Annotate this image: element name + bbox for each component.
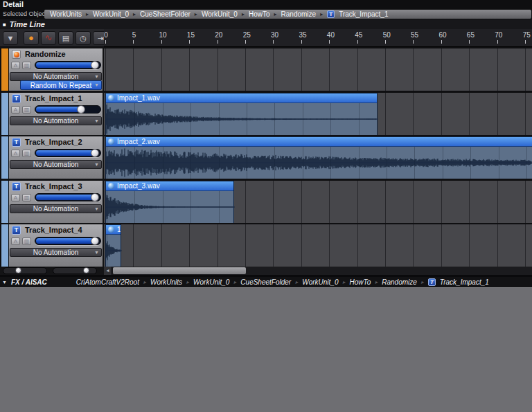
clear-track-icon[interactable]: ▥ xyxy=(22,194,31,201)
automation-edit-icon[interactable]: A xyxy=(11,238,20,245)
automation-dropdown[interactable]: No Automation▼ xyxy=(10,116,102,125)
chevron-down-icon: ▼ xyxy=(94,250,99,255)
slider-handle[interactable] xyxy=(77,105,85,114)
breadcrumb-separator: ▸ xyxy=(421,279,424,285)
track-volume-slider[interactable] xyxy=(35,149,101,157)
breadcrumb-item-current[interactable]: Track_Impact_1 xyxy=(339,10,388,18)
slider-handle[interactable] xyxy=(91,61,99,69)
track-title-row: TTrack_Impact_1 xyxy=(9,93,103,104)
breadcrumb-item[interactable]: WorkUnit_0 xyxy=(202,10,238,18)
automation-edit-icon[interactable]: A xyxy=(11,194,20,201)
track-menu-button[interactable]: ▼ xyxy=(3,31,18,45)
timeline-zoom-controls xyxy=(0,267,104,275)
waveform xyxy=(106,147,532,179)
fx-aisac-title[interactable]: FX / AISAC xyxy=(11,278,47,286)
breadcrumb-item[interactable]: WorkUnit_0 xyxy=(302,278,338,286)
breadcrumb-item[interactable]: WorkUnits xyxy=(150,278,182,286)
timeline-lane[interactable] xyxy=(104,48,532,91)
track-header-body: TTrack_Impact_3A▥No Automation▼ xyxy=(9,181,103,223)
slider-handle[interactable] xyxy=(83,267,89,274)
breadcrumb-separator: ▸ xyxy=(242,11,245,17)
waveform xyxy=(106,103,378,135)
timeline-section-title: Time Line xyxy=(10,20,45,28)
clear-track-icon[interactable]: ▥ xyxy=(22,106,31,114)
automation-dropdown[interactable]: No Automation▼ xyxy=(10,204,102,213)
scrollbar-thumb[interactable] xyxy=(113,267,246,274)
automation-dropdown[interactable]: No Automation▼ xyxy=(10,248,102,257)
breadcrumb-item[interactable]: WorkUnit_0 xyxy=(193,278,229,286)
ruler-tick xyxy=(301,40,302,44)
envelope-button[interactable]: ∿ xyxy=(41,31,56,45)
ruler-tick xyxy=(413,40,414,44)
ruler-label: 5 xyxy=(132,31,136,39)
automation-edit-icon[interactable]: A xyxy=(11,150,20,157)
timeline-lane[interactable]: Impact_3.wav xyxy=(104,181,532,223)
breadcrumb-item[interactable]: CueSheetFolder xyxy=(140,10,190,18)
clip-name: Impact_1.wav xyxy=(117,94,160,102)
slider-fill xyxy=(36,62,98,68)
breadcrumb-item[interactable]: Randomize xyxy=(382,278,417,286)
timeline-zoom-vertical[interactable] xyxy=(53,267,97,274)
track-volume-slider[interactable] xyxy=(35,61,101,69)
ruler-label: 65 xyxy=(467,31,475,39)
ruler-tick xyxy=(469,40,470,44)
track-controls-row: A▥ xyxy=(9,148,103,159)
automation-dropdown-value: No Automation xyxy=(33,73,79,80)
chevron-down-icon: ▼ xyxy=(94,118,99,123)
audio-clip[interactable]: Impact_1.wav xyxy=(105,93,378,135)
breadcrumb-item-current[interactable]: Track_Impact_1 xyxy=(440,278,489,286)
track-header: TTrack_Impact_4A▥No Automation▼ xyxy=(0,224,103,267)
timeline-lane[interactable]: Impact_1.wav xyxy=(104,93,532,135)
breadcrumb-item[interactable]: HowTo xyxy=(349,278,371,286)
breadcrumb-item[interactable]: HowTo xyxy=(249,10,270,18)
track-header: TTrack_Impact_3A▥No Automation▼ xyxy=(0,181,103,223)
automation-edit-icon[interactable]: A xyxy=(11,62,20,69)
breadcrumb-separator: ▸ xyxy=(274,11,277,17)
randomize-icon xyxy=(12,50,21,59)
fx-breadcrumb: CriAtomCraftV2Root▸WorkUnits▸WorkUnit_0▸… xyxy=(76,278,489,286)
slider-handle[interactable] xyxy=(15,267,21,274)
clip-name: Impact_2.wav xyxy=(117,138,160,145)
time-mode-button[interactable]: ◷ xyxy=(76,31,91,45)
list-view-button[interactable]: ▤ xyxy=(58,31,73,45)
breadcrumb-item[interactable]: CueSheetFolder xyxy=(240,278,291,286)
automation-edit-icon[interactable]: A xyxy=(11,106,20,114)
collapse-arrow-icon[interactable]: ▼ xyxy=(2,280,7,285)
timeline-horizontal-scrollbar[interactable]: ◂ xyxy=(104,267,532,275)
breadcrumb-item[interactable]: CriAtomCraftV2Root xyxy=(76,278,139,286)
audio-clip[interactable]: Impact_3.wav xyxy=(105,181,234,223)
track-header: RandomizeA▥No Automation▼Random No Repea… xyxy=(0,48,103,91)
scroll-left-button[interactable]: ◂ xyxy=(104,267,112,275)
record-marker-button[interactable]: ● xyxy=(24,31,39,45)
timeline-lane[interactable]: 1 xyxy=(104,224,532,267)
clear-track-icon[interactable]: ▥ xyxy=(22,150,31,157)
chevron-down-icon: ▼ xyxy=(94,206,99,211)
clear-track-icon[interactable]: ▥ xyxy=(22,62,31,69)
ruler-label: 15 xyxy=(187,31,195,39)
track-headers: RandomizeA▥No Automation▼Random No Repea… xyxy=(0,47,104,267)
clear-track-icon[interactable]: ▥ xyxy=(22,238,31,245)
clip-body xyxy=(106,147,532,179)
automation-dropdown-value: No Automation xyxy=(33,117,79,125)
slider-handle[interactable] xyxy=(91,193,99,201)
chevron-down-icon: ▼ xyxy=(94,162,99,167)
timeline-zoom-horizontal[interactable] xyxy=(3,267,47,274)
breadcrumb-item[interactable]: Randomize xyxy=(281,10,317,18)
breadcrumb-item[interactable]: WorkUnit_0 xyxy=(93,10,129,18)
random-mode-dropdown[interactable]: Random No Repeat▼ xyxy=(20,80,102,90)
track-volume-slider[interactable] xyxy=(35,105,101,114)
track-title-row: TTrack_Impact_4 xyxy=(9,225,103,235)
breadcrumb-item[interactable]: WorkUnits xyxy=(50,10,82,18)
audio-clip[interactable]: 1 xyxy=(105,224,121,267)
automation-dropdown[interactable]: No Automation▼ xyxy=(10,160,102,169)
timeline-lane[interactable]: Impact_2.wav xyxy=(104,136,532,179)
slider-handle[interactable] xyxy=(91,149,99,157)
selected-object-breadcrumb: WorkUnits▸WorkUnit_0▸CueSheetFolder▸Work… xyxy=(44,10,531,19)
timeline-ruler[interactable]: 051015202530354045505560657075 xyxy=(104,29,532,47)
selected-object-bar: Selected Object WorkUnits▸WorkUnit_0▸Cue… xyxy=(0,9,532,19)
audio-clip[interactable]: Impact_2.wav xyxy=(105,136,532,179)
track-icon: T xyxy=(12,94,21,103)
track-volume-slider[interactable] xyxy=(35,193,101,201)
track-volume-slider[interactable] xyxy=(35,237,101,245)
slider-handle[interactable] xyxy=(91,237,99,245)
